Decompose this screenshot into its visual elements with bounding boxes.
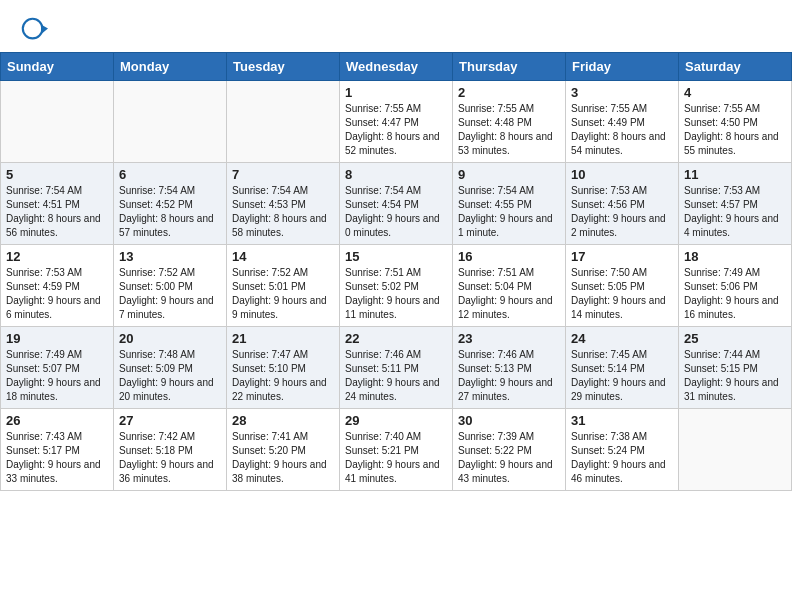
calendar-cell: 29Sunrise: 7:40 AM Sunset: 5:21 PM Dayli… [340, 409, 453, 491]
calendar-cell: 1Sunrise: 7:55 AM Sunset: 4:47 PM Daylig… [340, 81, 453, 163]
day-info: Sunrise: 7:53 AM Sunset: 4:59 PM Dayligh… [6, 266, 108, 322]
day-number: 19 [6, 331, 108, 346]
day-number: 30 [458, 413, 560, 428]
week-row-0: 1Sunrise: 7:55 AM Sunset: 4:47 PM Daylig… [1, 81, 792, 163]
day-number: 1 [345, 85, 447, 100]
day-info: Sunrise: 7:52 AM Sunset: 5:01 PM Dayligh… [232, 266, 334, 322]
day-header-saturday: Saturday [679, 53, 792, 81]
day-info: Sunrise: 7:44 AM Sunset: 5:15 PM Dayligh… [684, 348, 786, 404]
day-info: Sunrise: 7:52 AM Sunset: 5:00 PM Dayligh… [119, 266, 221, 322]
header-row: SundayMondayTuesdayWednesdayThursdayFrid… [1, 53, 792, 81]
calendar-cell: 3Sunrise: 7:55 AM Sunset: 4:49 PM Daylig… [566, 81, 679, 163]
day-info: Sunrise: 7:42 AM Sunset: 5:18 PM Dayligh… [119, 430, 221, 486]
calendar-cell: 4Sunrise: 7:55 AM Sunset: 4:50 PM Daylig… [679, 81, 792, 163]
calendar-cell: 7Sunrise: 7:54 AM Sunset: 4:53 PM Daylig… [227, 163, 340, 245]
week-row-3: 19Sunrise: 7:49 AM Sunset: 5:07 PM Dayli… [1, 327, 792, 409]
calendar-cell: 12Sunrise: 7:53 AM Sunset: 4:59 PM Dayli… [1, 245, 114, 327]
day-info: Sunrise: 7:39 AM Sunset: 5:22 PM Dayligh… [458, 430, 560, 486]
calendar-cell: 8Sunrise: 7:54 AM Sunset: 4:54 PM Daylig… [340, 163, 453, 245]
svg-marker-1 [41, 24, 48, 34]
day-info: Sunrise: 7:55 AM Sunset: 4:48 PM Dayligh… [458, 102, 560, 158]
calendar-cell: 21Sunrise: 7:47 AM Sunset: 5:10 PM Dayli… [227, 327, 340, 409]
svg-point-0 [23, 19, 43, 39]
day-number: 25 [684, 331, 786, 346]
calendar-cell: 11Sunrise: 7:53 AM Sunset: 4:57 PM Dayli… [679, 163, 792, 245]
day-number: 21 [232, 331, 334, 346]
day-header-sunday: Sunday [1, 53, 114, 81]
calendar-cell: 22Sunrise: 7:46 AM Sunset: 5:11 PM Dayli… [340, 327, 453, 409]
day-info: Sunrise: 7:47 AM Sunset: 5:10 PM Dayligh… [232, 348, 334, 404]
day-header-tuesday: Tuesday [227, 53, 340, 81]
day-info: Sunrise: 7:55 AM Sunset: 4:50 PM Dayligh… [684, 102, 786, 158]
calendar-cell: 19Sunrise: 7:49 AM Sunset: 5:07 PM Dayli… [1, 327, 114, 409]
day-number: 17 [571, 249, 673, 264]
day-info: Sunrise: 7:51 AM Sunset: 5:04 PM Dayligh… [458, 266, 560, 322]
calendar-cell: 14Sunrise: 7:52 AM Sunset: 5:01 PM Dayli… [227, 245, 340, 327]
logo-icon [20, 16, 48, 44]
day-header-monday: Monday [114, 53, 227, 81]
day-number: 16 [458, 249, 560, 264]
day-number: 4 [684, 85, 786, 100]
calendar-cell: 30Sunrise: 7:39 AM Sunset: 5:22 PM Dayli… [453, 409, 566, 491]
calendar-cell: 23Sunrise: 7:46 AM Sunset: 5:13 PM Dayli… [453, 327, 566, 409]
day-number: 9 [458, 167, 560, 182]
day-info: Sunrise: 7:54 AM Sunset: 4:53 PM Dayligh… [232, 184, 334, 240]
day-info: Sunrise: 7:46 AM Sunset: 5:13 PM Dayligh… [458, 348, 560, 404]
calendar-cell: 20Sunrise: 7:48 AM Sunset: 5:09 PM Dayli… [114, 327, 227, 409]
calendar-cell [227, 81, 340, 163]
day-header-friday: Friday [566, 53, 679, 81]
day-number: 5 [6, 167, 108, 182]
calendar-cell: 17Sunrise: 7:50 AM Sunset: 5:05 PM Dayli… [566, 245, 679, 327]
day-number: 12 [6, 249, 108, 264]
page: SundayMondayTuesdayWednesdayThursdayFrid… [0, 0, 792, 491]
calendar-cell [679, 409, 792, 491]
calendar-cell: 2Sunrise: 7:55 AM Sunset: 4:48 PM Daylig… [453, 81, 566, 163]
header [0, 0, 792, 52]
day-number: 22 [345, 331, 447, 346]
calendar-cell: 6Sunrise: 7:54 AM Sunset: 4:52 PM Daylig… [114, 163, 227, 245]
week-row-4: 26Sunrise: 7:43 AM Sunset: 5:17 PM Dayli… [1, 409, 792, 491]
calendar-cell: 25Sunrise: 7:44 AM Sunset: 5:15 PM Dayli… [679, 327, 792, 409]
day-number: 15 [345, 249, 447, 264]
calendar-cell: 18Sunrise: 7:49 AM Sunset: 5:06 PM Dayli… [679, 245, 792, 327]
day-number: 29 [345, 413, 447, 428]
day-number: 6 [119, 167, 221, 182]
day-info: Sunrise: 7:48 AM Sunset: 5:09 PM Dayligh… [119, 348, 221, 404]
calendar-cell: 24Sunrise: 7:45 AM Sunset: 5:14 PM Dayli… [566, 327, 679, 409]
week-row-2: 12Sunrise: 7:53 AM Sunset: 4:59 PM Dayli… [1, 245, 792, 327]
day-number: 24 [571, 331, 673, 346]
day-number: 20 [119, 331, 221, 346]
calendar-cell: 10Sunrise: 7:53 AM Sunset: 4:56 PM Dayli… [566, 163, 679, 245]
logo [20, 16, 52, 44]
day-number: 27 [119, 413, 221, 428]
day-number: 18 [684, 249, 786, 264]
calendar-cell [114, 81, 227, 163]
day-number: 3 [571, 85, 673, 100]
day-header-wednesday: Wednesday [340, 53, 453, 81]
calendar-cell: 28Sunrise: 7:41 AM Sunset: 5:20 PM Dayli… [227, 409, 340, 491]
day-info: Sunrise: 7:54 AM Sunset: 4:54 PM Dayligh… [345, 184, 447, 240]
day-number: 31 [571, 413, 673, 428]
day-info: Sunrise: 7:54 AM Sunset: 4:51 PM Dayligh… [6, 184, 108, 240]
day-info: Sunrise: 7:40 AM Sunset: 5:21 PM Dayligh… [345, 430, 447, 486]
day-info: Sunrise: 7:53 AM Sunset: 4:57 PM Dayligh… [684, 184, 786, 240]
calendar-cell: 16Sunrise: 7:51 AM Sunset: 5:04 PM Dayli… [453, 245, 566, 327]
calendar-cell: 31Sunrise: 7:38 AM Sunset: 5:24 PM Dayli… [566, 409, 679, 491]
day-number: 7 [232, 167, 334, 182]
day-info: Sunrise: 7:54 AM Sunset: 4:55 PM Dayligh… [458, 184, 560, 240]
day-info: Sunrise: 7:49 AM Sunset: 5:06 PM Dayligh… [684, 266, 786, 322]
day-number: 14 [232, 249, 334, 264]
day-number: 26 [6, 413, 108, 428]
day-info: Sunrise: 7:38 AM Sunset: 5:24 PM Dayligh… [571, 430, 673, 486]
day-number: 28 [232, 413, 334, 428]
day-number: 2 [458, 85, 560, 100]
day-info: Sunrise: 7:46 AM Sunset: 5:11 PM Dayligh… [345, 348, 447, 404]
calendar-cell: 9Sunrise: 7:54 AM Sunset: 4:55 PM Daylig… [453, 163, 566, 245]
day-info: Sunrise: 7:45 AM Sunset: 5:14 PM Dayligh… [571, 348, 673, 404]
day-number: 11 [684, 167, 786, 182]
day-number: 8 [345, 167, 447, 182]
day-info: Sunrise: 7:41 AM Sunset: 5:20 PM Dayligh… [232, 430, 334, 486]
day-info: Sunrise: 7:55 AM Sunset: 4:49 PM Dayligh… [571, 102, 673, 158]
day-info: Sunrise: 7:54 AM Sunset: 4:52 PM Dayligh… [119, 184, 221, 240]
day-number: 13 [119, 249, 221, 264]
